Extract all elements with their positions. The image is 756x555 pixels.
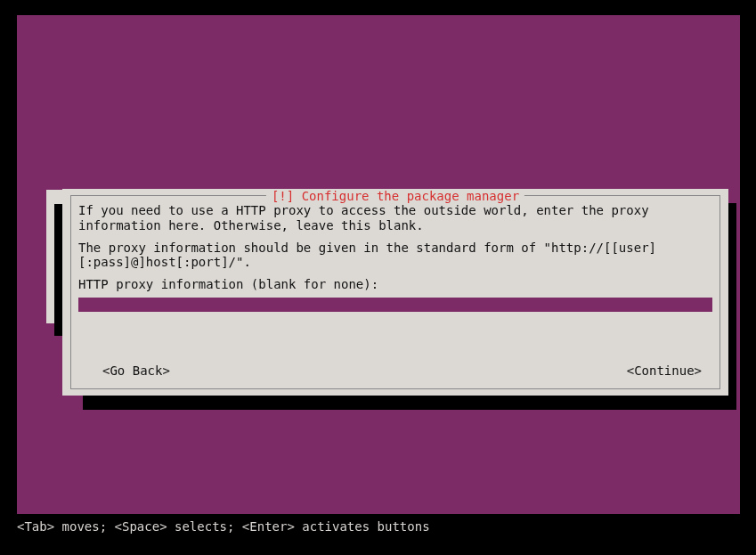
dialog-content: If you need to use a HTTP proxy to acces… [78,196,712,312]
continue-button[interactable]: <Continue> [627,363,702,378]
configure-package-manager-dialog: [!] Configure the package manager If you… [62,189,728,396]
installer-screen: [!] Configure the package manager If you… [17,15,740,514]
dialog-prompt: HTTP proxy information (blank for none): [78,277,712,292]
input-row [78,298,712,312]
dialog-button-row: <Go Back> <Continue> [102,363,702,378]
dialog-paragraph-1: If you need to use a HTTP proxy to acces… [78,203,712,233]
http-proxy-input[interactable] [78,298,712,312]
dialog-shadow-stub [54,204,62,336]
go-back-button[interactable]: <Go Back> [102,363,170,378]
dialog-paragraph-2: The proxy information should be given in… [78,241,712,271]
help-bar: <Tab> moves; <Space> selects; <Enter> ac… [17,519,430,534]
